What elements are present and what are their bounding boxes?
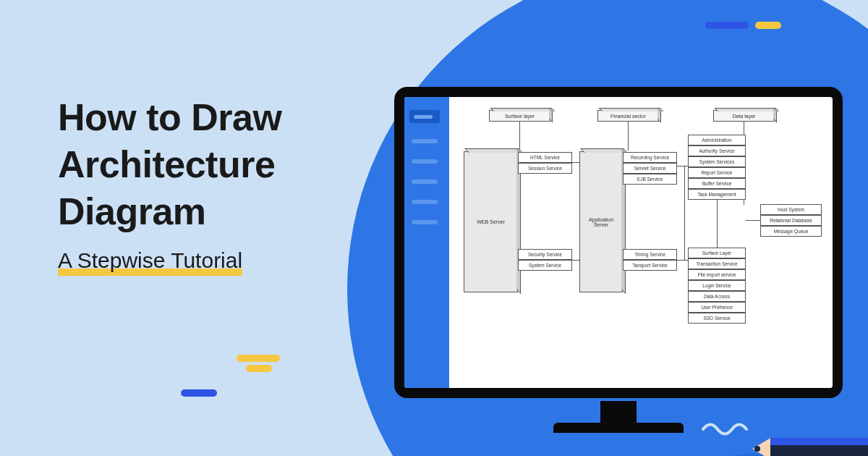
- service-box: Servlet Service: [623, 163, 677, 174]
- page-title: How to Draw Architecture Diagram: [58, 94, 281, 235]
- service-box: Tansport Service: [623, 260, 677, 271]
- monitor-screen: Surface layer Financial sector Data laye…: [404, 97, 833, 388]
- svg-rect-2: [770, 438, 868, 445]
- connector: [519, 122, 520, 151]
- service-box: Security Service: [518, 249, 572, 260]
- decorative-dash: [181, 389, 217, 397]
- connector: [677, 166, 688, 166]
- decorative-dash: [755, 22, 781, 29]
- connector: [717, 200, 718, 248]
- sidebar-item-active[interactable]: [409, 110, 440, 123]
- connector: [677, 260, 688, 261]
- diagram-header: Surface layer: [489, 110, 550, 122]
- service-box: System Services: [688, 156, 746, 167]
- connector: [572, 162, 579, 163]
- app-server-box: Application Server: [579, 151, 623, 292]
- page-subtitle: A Stepwise Tutorial: [58, 248, 242, 273]
- diagram-canvas[interactable]: Surface layer Financial sector Data laye…: [449, 97, 833, 388]
- web-server-box: WEB Server: [464, 151, 518, 292]
- service-box: Session Service: [518, 163, 572, 174]
- service-box: SSO Service: [688, 313, 746, 324]
- sidebar-item[interactable]: [412, 159, 438, 164]
- service-box: Task Management: [688, 189, 746, 200]
- hero-text: How to Draw Architecture Diagram A Stepw…: [58, 94, 281, 273]
- connector: [746, 220, 760, 221]
- decorative-dash: [705, 22, 749, 29]
- decorative-dash: [246, 365, 272, 372]
- service-box: Relational Database: [760, 215, 822, 226]
- service-box: System Service: [518, 260, 572, 271]
- sidebar-item[interactable]: [412, 139, 438, 143]
- connector: [628, 122, 629, 151]
- service-box: Host System: [760, 204, 822, 215]
- sidebar-item[interactable]: [412, 180, 438, 184]
- service-box: Authority Service: [688, 145, 746, 156]
- service-box: Buffer Service: [688, 178, 746, 189]
- monitor-stand: [553, 401, 684, 433]
- service-box: EJB Service: [623, 174, 677, 185]
- connector: [684, 166, 685, 260]
- service-box: Timing Service: [623, 249, 677, 260]
- connector: [572, 260, 579, 261]
- title-line: Architecture: [58, 141, 281, 188]
- diagram-header: Financial sector: [597, 110, 659, 122]
- title-line: Diagram: [58, 188, 281, 235]
- service-box: Recording Service: [623, 152, 677, 163]
- sidebar-item[interactable]: [412, 220, 438, 224]
- sidebar-item[interactable]: [412, 200, 438, 204]
- svg-point-1: [754, 446, 760, 452]
- service-box: Report Service: [688, 167, 746, 178]
- monitor-illustration: Surface layer Financial sector Data laye…: [394, 87, 843, 405]
- service-box: Transaction Service: [688, 258, 746, 269]
- service-box: HTML Service: [518, 152, 572, 163]
- service-box: Data Access: [688, 291, 746, 302]
- service-box: Administration: [688, 135, 746, 145]
- diagram-header: Data layer: [713, 110, 775, 122]
- service-box: File import service: [688, 269, 746, 280]
- service-box: Message Queue: [760, 226, 822, 237]
- service-box: User Prefrence: [688, 302, 746, 313]
- monitor-frame: Surface layer Financial sector Data laye…: [394, 87, 843, 398]
- pencil-icon: [731, 420, 868, 456]
- service-box: Surface Layer: [688, 248, 746, 258]
- decorative-dash: [237, 355, 280, 362]
- app-sidebar: [404, 97, 449, 388]
- title-line: How to Draw: [58, 94, 281, 141]
- service-box: Login Service: [688, 280, 746, 291]
